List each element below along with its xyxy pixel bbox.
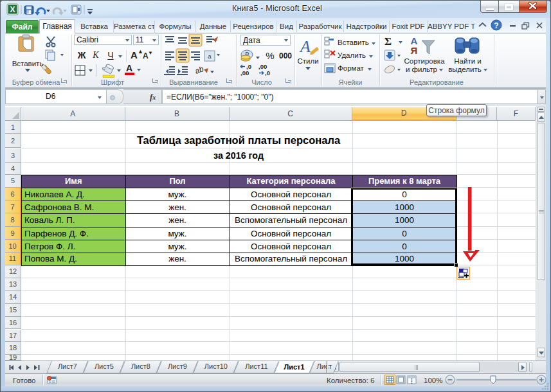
svg-text:X: X [10, 5, 15, 14]
svg-text:%: % [266, 50, 274, 61]
svg-text:A: A [299, 37, 311, 56]
svg-text:a: a [208, 53, 211, 60]
svg-text:ab: ab [194, 64, 205, 76]
svg-text:Я: Я [411, 45, 418, 56]
svg-text:,00: ,00 [240, 69, 249, 76]
svg-text:?: ? [494, 21, 498, 30]
svg-text:000: 000 [279, 51, 292, 60]
svg-text:,0: ,0 [265, 69, 270, 76]
